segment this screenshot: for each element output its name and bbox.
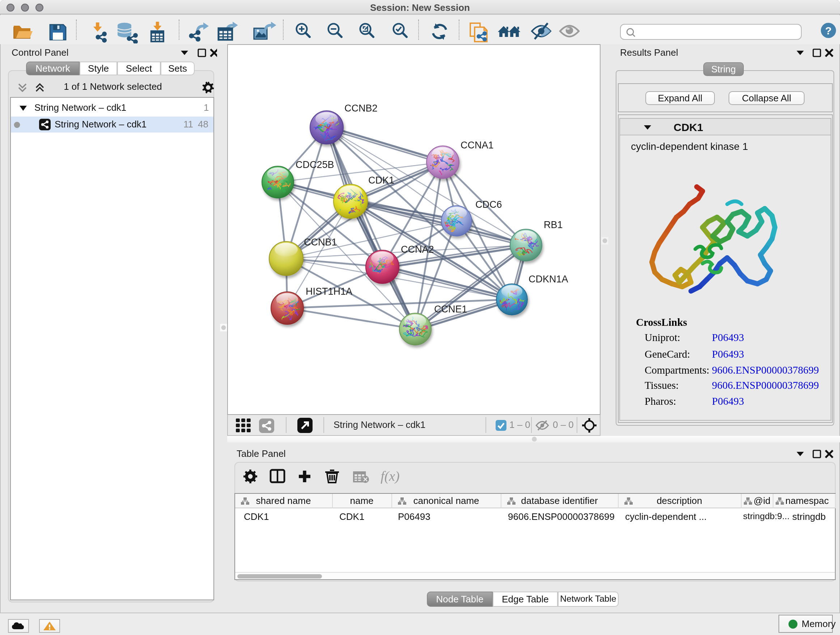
svg-text:CDC25B: CDC25B bbox=[295, 159, 334, 170]
svg-text:HIST1H1A: HIST1H1A bbox=[306, 286, 352, 297]
svg-text:CCNB1: CCNB1 bbox=[304, 237, 337, 248]
svg-text:f(x): f(x) bbox=[381, 468, 400, 484]
svg-text:CCNA2: CCNA2 bbox=[401, 244, 434, 255]
svg-text:CDC6: CDC6 bbox=[475, 199, 502, 210]
svg-text:CCNB2: CCNB2 bbox=[344, 103, 378, 114]
svg-text:CCNA1: CCNA1 bbox=[461, 140, 494, 150]
svg-text:?: ? bbox=[825, 25, 832, 36]
svg-text:CDKN1A: CDKN1A bbox=[529, 274, 568, 285]
svg-text:RB1: RB1 bbox=[544, 219, 563, 230]
svg-text:CCNE1: CCNE1 bbox=[434, 304, 467, 315]
svg-text:CDK1: CDK1 bbox=[368, 175, 394, 186]
